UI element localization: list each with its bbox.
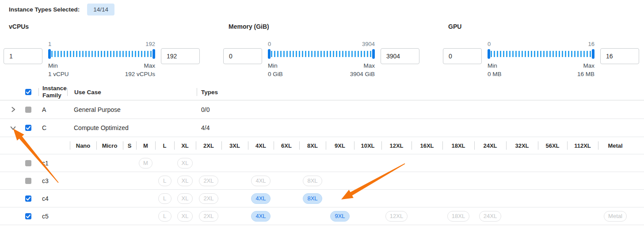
size-column-header-S: S [123, 137, 136, 154]
size-column-header-4XL: 4XL [248, 137, 274, 154]
select-all-checkbox[interactable] [25, 89, 31, 95]
c5-size-2XL[interactable]: 2XL [199, 211, 218, 222]
c4-size-XL[interactable]: XL [177, 193, 193, 204]
c5-size-18XL[interactable]: 18XL [447, 211, 469, 222]
c3-size-2XL[interactable]: 2XL [199, 176, 218, 186]
size-column-header-10XL: 10XL [354, 137, 381, 154]
c4-size-8XL[interactable]: 8XL [303, 193, 322, 204]
vcpus-min-input[interactable] [4, 48, 42, 64]
c5-size-4XL[interactable]: 4XL [251, 211, 270, 222]
filter-title-memory: Memory (GiB) [229, 23, 419, 31]
gpu-max-caption: Max [583, 62, 594, 69]
gpu-max-input[interactable] [600, 48, 639, 64]
instance-row-c5: c5LXL2XL4XL9XL12XL18XL24XLMetal [0, 207, 644, 225]
vcpus-max-input[interactable] [161, 48, 200, 64]
family-name: C [42, 124, 70, 131]
family-A-checkbox[interactable] [25, 107, 31, 113]
c4-size-L[interactable]: L [158, 193, 171, 204]
c5-size-Metal[interactable]: Metal [604, 211, 627, 222]
c1-checkbox[interactable] [25, 160, 31, 166]
c5-checkbox[interactable] [25, 213, 31, 219]
memory-min-caption: Min [268, 62, 278, 69]
size-column-header-M: M [136, 137, 155, 154]
slider-ticks [491, 51, 591, 57]
gpu-range-max-label: 16 [588, 41, 594, 47]
c3-size-XL[interactable]: XL [177, 176, 193, 186]
check-icon [25, 125, 31, 131]
size-column-header-32XL: 32XL [506, 137, 538, 154]
filters-row: vCPUs 1 192 Min Max 1 vCPU [0, 23, 644, 77]
instance-name: c4 [42, 195, 70, 202]
size-column-header-3XL: 3XL [221, 137, 248, 154]
c3-size-8XL[interactable]: 8XL [303, 176, 322, 186]
memory-max-detail: 3904 GiB [350, 71, 375, 77]
size-column-header-56XL: 56XL [538, 137, 567, 154]
size-column-header-112XL: 112XL [567, 137, 598, 154]
c5-size-24XL[interactable]: 24XL [479, 211, 501, 222]
size-column-header-Micro: Micro [96, 137, 123, 154]
size-column-header-9XL: 9XL [326, 137, 354, 154]
family-types-count: 4/4 [197, 124, 210, 131]
vcpus-max-detail: 192 vCPUs [125, 71, 155, 77]
expand-chevron-down-icon[interactable] [10, 125, 16, 131]
filter-memory: Memory (GiB) 0 3904 Min Max 0 GiB [223, 23, 419, 77]
c1-size-M[interactable]: M [139, 158, 152, 169]
vcpus-max-caption: Max [144, 62, 155, 69]
size-column-header-Nano: Nano [70, 137, 96, 154]
vcpus-slider-min-handle[interactable] [48, 49, 51, 59]
table-header-row: Instance Family Use Case Types [0, 84, 644, 100]
size-column-header-16XL: 16XL [412, 137, 442, 154]
gpu-slider-max-handle[interactable] [592, 49, 594, 59]
c4-size-4XL[interactable]: 4XL [251, 193, 270, 204]
gpu-min-input[interactable] [443, 48, 482, 64]
check-icon [25, 89, 31, 95]
filter-title-gpu: GPU [448, 23, 639, 31]
instance-row-c1: c1MXL [0, 154, 644, 172]
column-header-instance-family: Instance Family [39, 85, 67, 99]
c3-size-4XL[interactable]: 4XL [251, 176, 270, 186]
c4-checkbox[interactable] [25, 195, 31, 202]
filter-gpu: GPU 0 16 Min Max 0 MB 16 [443, 23, 639, 77]
memory-slider-min-handle[interactable] [268, 49, 271, 59]
memory-min-detail: 0 GiB [268, 71, 283, 77]
memory-min-input[interactable] [223, 48, 262, 64]
memory-range-min-label: 0 [268, 41, 271, 47]
c5-size-12XL[interactable]: 12XL [385, 211, 408, 222]
c1-size-XL[interactable]: XL [177, 158, 193, 169]
filter-vcpus: vCPUs 1 192 Min Max 1 vCPU [4, 23, 200, 77]
c4-size-2XL[interactable]: 2XL [199, 193, 218, 204]
instance-family-table: Instance Family Use Case Types A General… [0, 84, 644, 225]
gpu-slider-min-handle[interactable] [488, 49, 490, 59]
vcpus-range-max-label: 192 [145, 41, 155, 47]
vcpus-slider-max-handle[interactable] [152, 49, 155, 59]
memory-slider-track[interactable] [268, 49, 375, 59]
size-column-header-L: L [155, 137, 174, 154]
family-types-count: 0/0 [197, 106, 210, 113]
filter-title-vcpus: vCPUs [9, 23, 200, 31]
c5-size-9XL[interactable]: 9XL [330, 211, 349, 222]
selected-count-badge: 14/14 [87, 4, 114, 16]
c3-checkbox[interactable] [25, 178, 31, 184]
instance-name: c5 [42, 213, 70, 220]
slider-ticks [271, 51, 372, 57]
vcpus-slider-track[interactable] [48, 49, 155, 59]
memory-max-caption: Max [363, 62, 375, 69]
instance-name: c1 [42, 160, 70, 167]
gpu-slider: 0 16 Min Max 0 MB 16 MB [488, 41, 594, 77]
gpu-slider-track[interactable] [488, 49, 594, 59]
memory-max-input[interactable] [381, 48, 419, 64]
instance-types-selected-label: Instance Types Selected: [9, 6, 80, 13]
c5-size-L[interactable]: L [158, 211, 171, 222]
check-icon [25, 195, 31, 202]
c3-size-L[interactable]: L [158, 176, 171, 186]
size-column-header-XL: XL [174, 137, 196, 154]
expand-chevron-right-icon[interactable] [10, 106, 16, 113]
family-C-checkbox[interactable] [25, 125, 31, 131]
family-name: A [42, 106, 70, 113]
instance-rows-container: c1MXLc3LXL2XL4XL8XLc4LXL2XL4XL8XLc5LXL2X… [0, 154, 644, 225]
vcpus-min-detail: 1 vCPU [48, 71, 69, 77]
c5-size-XL[interactable]: XL [177, 211, 193, 222]
memory-slider-max-handle[interactable] [372, 49, 375, 59]
gpu-max-detail: 16 MB [577, 71, 594, 77]
size-column-header-8XL: 8XL [299, 137, 326, 154]
